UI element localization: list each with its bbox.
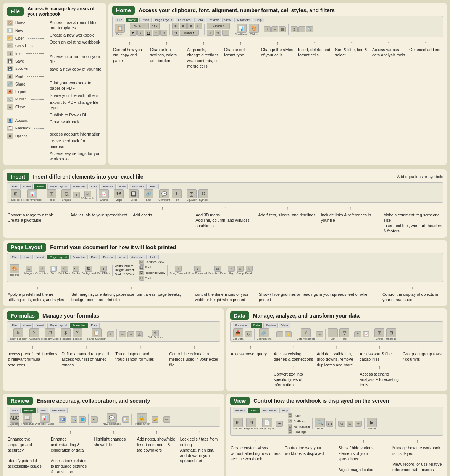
remove-duplicates-icon[interactable]: − [316, 331, 323, 337]
tab-data[interactable]: Data [10, 408, 21, 413]
delete-cells-icon[interactable]: − [271, 26, 278, 32]
insert-cells-icon[interactable]: + [264, 26, 271, 32]
list-item[interactable]: ℹ Info [7, 50, 45, 56]
financial-icon[interactable]: $ Financial [60, 328, 71, 340]
tab-data[interactable]: Data [251, 323, 262, 328]
align-left-icon[interactable]: ≡ [172, 23, 179, 29]
show-changes-icon[interactable]: ↩ [91, 416, 98, 423]
tab-formulas[interactable]: Formulas [70, 184, 87, 189]
send-backward-icon[interactable]: ↓ Send Backward [188, 266, 207, 274]
name-manager-icon[interactable]: 📋 Name Manager [87, 328, 106, 340]
sort-icon[interactable]: ↕ Sort [328, 328, 338, 340]
conditional-format-icon[interactable]: 📊 Conditional [235, 24, 248, 35]
tab-review[interactable]: Review [233, 408, 247, 413]
tab-home[interactable]: Home [20, 255, 33, 259]
headings-print-icon[interactable]: ☐ [139, 276, 144, 281]
recently-used-icon[interactable]: ⏱ Recently Used [41, 328, 59, 340]
comma-icon[interactable]: , [222, 30, 229, 36]
wrap-icon[interactable]: ↵ [195, 23, 202, 29]
autosum-icon[interactable]: Σ AutoSum [29, 328, 40, 340]
pivottable-icon[interactable]: ⊞ PivotTable [10, 189, 22, 201]
list-item[interactable]: 💾 Save As [7, 66, 45, 72]
tab-file[interactable]: File [10, 184, 19, 189]
tab-automate[interactable]: Automate [129, 184, 147, 189]
hyperlink-icon[interactable]: 🔗 Link [144, 189, 153, 201]
workbook-stat-icon[interactable]: 📊 Workbook Stats [35, 413, 54, 425]
zoom-icon[interactable]: 🔍 Zoom [315, 418, 325, 430]
tab-view[interactable]: View [117, 184, 128, 189]
format-cells-icon[interactable]: ⊟ [279, 26, 286, 32]
new-comment-icon[interactable]: 💬 New Comment [103, 413, 120, 425]
list-item[interactable]: 💬 Feedback [7, 125, 45, 131]
size-icon[interactable]: 📄 Size [50, 266, 57, 274]
smart-lookup-icon[interactable]: 🔍 [71, 416, 77, 423]
tab-insert[interactable]: Insert [34, 255, 46, 259]
tab-file[interactable]: File [10, 323, 19, 328]
thesaurus-icon[interactable]: 📖 Thesaurus [21, 413, 34, 425]
trace-precedents-icon[interactable]: ← [119, 331, 126, 337]
tab-view[interactable]: View [37, 408, 48, 413]
tab-review[interactable]: Review [22, 408, 36, 413]
refresh-icon[interactable]: ↻ [245, 331, 252, 337]
font-icon[interactable]: Calibri ▾ [130, 23, 149, 29]
orientation-icon[interactable]: ↺ Orientation [35, 266, 48, 274]
comment-icon[interactable]: 💬 Comment [158, 189, 170, 201]
normal-view-icon[interactable]: ⊞ Normal [233, 418, 243, 430]
merge-icon[interactable]: Merge ▾ [180, 30, 199, 36]
page-break-icon[interactable]: ⊟ Page Break [244, 418, 258, 430]
tab-data[interactable]: Data [89, 323, 100, 328]
list-item[interactable]: ⊞ Get Add-ins [7, 43, 45, 49]
margins-icon[interactable]: ⊡ Margins [24, 266, 34, 274]
tab-insert[interactable]: Insert [34, 184, 46, 189]
gridlines-view2-icon[interactable]: ☑ [288, 419, 292, 423]
whatif-icon[interactable]: ? [354, 331, 361, 337]
gridlines-view-icon[interactable]: ☑ [139, 260, 144, 265]
tab-review[interactable]: Review [101, 255, 115, 259]
themes-icon[interactable]: 🎨 Themes [10, 264, 19, 276]
background-icon[interactable]: 🖼 Background [82, 266, 96, 274]
list-item[interactable]: 🔗 Share [7, 81, 45, 87]
print-area-icon[interactable]: 🖨 Print Area [58, 266, 70, 274]
list-item[interactable]: 📤 Export [7, 89, 45, 95]
tab-help[interactable]: Help [279, 408, 290, 413]
align-center-icon[interactable]: ≡ [180, 23, 187, 29]
formula-bar-icon[interactable]: ☑ [288, 424, 292, 429]
tab-view[interactable]: View [248, 408, 260, 413]
translate-icon[interactable]: 🌐 [79, 416, 86, 423]
tab-formulas[interactable]: Formulas [70, 323, 87, 328]
protect-sheet-icon[interactable]: 🔒 Protect Sheet [134, 413, 150, 425]
list-item[interactable]: 👤 Account [7, 118, 45, 124]
paste-icon[interactable]: 📋 [115, 24, 125, 33]
insert-function-icon[interactable]: fx Insert Function [10, 328, 27, 340]
border-icon[interactable]: ⊞ [153, 30, 160, 36]
page-layout-view-icon[interactable]: 📄 Page Layout [260, 418, 274, 430]
autosum-icon[interactable]: Σ [291, 26, 298, 32]
cell-styles-icon[interactable]: 🎨 Styles [249, 24, 259, 35]
maps-icon[interactable]: 🗺 Maps [114, 189, 124, 201]
align-right-icon[interactable]: ≡ [187, 23, 194, 29]
icons-insert-icon[interactable]: ★ [73, 192, 80, 198]
tab-automate[interactable]: Automate [50, 408, 67, 413]
equation-icon[interactable]: ∑ Equation [187, 189, 197, 201]
tab-data[interactable]: Data [89, 255, 100, 259]
tab-automate[interactable]: Automate [261, 408, 278, 413]
align-objects-icon[interactable]: ≡ Align [228, 266, 235, 274]
headings-view-icon[interactable]: ☑ [139, 271, 144, 275]
flash-fill-icon[interactable]: ⚡ [285, 331, 292, 337]
underline-icon[interactable]: U [145, 30, 152, 36]
text-to-columns-icon[interactable]: | [276, 331, 283, 337]
forecast-icon[interactable]: 📈 [363, 331, 369, 337]
rotate-icon[interactable]: ↻ Rotate [245, 266, 253, 274]
symbol-icon[interactable]: Ω Symbol [198, 189, 208, 201]
tab-formulas[interactable]: Formulas [233, 323, 250, 328]
data-validation-icon[interactable]: ✓ Data Validation [297, 328, 315, 340]
tab-review[interactable]: Review [263, 323, 278, 328]
trace-dependents-icon[interactable]: → [127, 331, 134, 337]
zoom-100-icon[interactable]: 1:1 [326, 421, 333, 427]
tab-file[interactable]: File [10, 255, 19, 259]
chart-icon[interactable]: 📈 Charts [99, 189, 109, 201]
list-item[interactable]: 🏠 Home [7, 20, 45, 26]
tab-pagelayout[interactable]: Page Layout [153, 18, 174, 22]
tab-formulas[interactable]: Formulas [70, 255, 87, 259]
calc-options-icon[interactable]: ⚙ Calc Options [148, 330, 163, 339]
